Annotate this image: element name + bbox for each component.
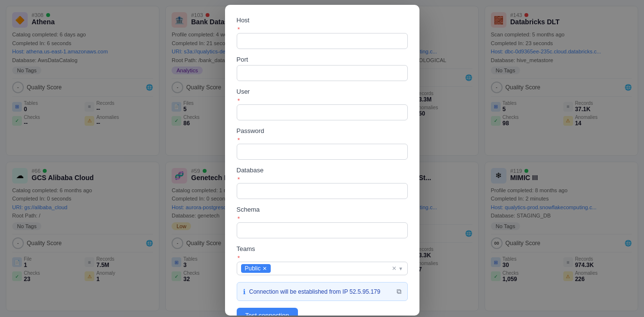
password-field-group: Password* [237,127,408,160]
teams-required: * [238,254,240,262]
port-label: Port [237,56,408,63]
host-label: Host [237,17,408,24]
copy-ip-button[interactable]: ⧉ [397,287,401,296]
schema-label: Schema [237,206,408,213]
team-tag-label: Public [245,265,261,272]
database-input[interactable] [237,183,408,199]
port-field-group: Port [237,56,408,81]
schema-required: * [238,215,240,222]
teams-label: Teams [237,245,408,252]
info-icon: ℹ [243,288,245,296]
user-label: User [237,88,408,95]
teams-input-wrap[interactable]: Public ✕ ✕ ▼ [237,262,408,275]
schema-field-group: Schema* [237,206,408,238]
password-input[interactable] [237,144,408,160]
host-input[interactable] [237,33,408,49]
teams-field-group: Teams* Public ✕ ✕ ▼ [237,245,408,275]
host-field-group: Host* [237,17,408,49]
info-text: Connection will be established from IP 5… [249,288,381,295]
user-field-group: User* [237,88,408,120]
schema-input[interactable] [237,222,408,238]
team-tag-public: Public ✕ [241,264,271,273]
host-required: * [238,26,240,33]
modal-dialog: Host* Port User* Password* Database* [225,5,419,316]
info-box: ℹ Connection will be established from IP… [237,282,408,301]
teams-input-controls: ✕ ▼ [392,265,403,272]
teams-clear-icon[interactable]: ✕ [392,265,397,272]
port-input[interactable] [237,65,408,81]
password-label: Password [237,127,408,134]
teams-dropdown-icon[interactable]: ▼ [399,266,403,271]
database-required: * [238,176,240,183]
modal-overlay: Host* Port User* Password* Database* [0,0,644,317]
test-connection-button[interactable]: Test connection [237,308,298,316]
team-tag-close[interactable]: ✕ [262,266,267,272]
user-input[interactable] [237,104,408,120]
password-required: * [238,136,240,144]
user-required: * [238,97,240,104]
database-field-group: Database* [237,167,408,199]
database-label: Database [237,167,408,174]
page: 🔶 #308 Athena Catalog completed: 6 days … [0,0,644,317]
